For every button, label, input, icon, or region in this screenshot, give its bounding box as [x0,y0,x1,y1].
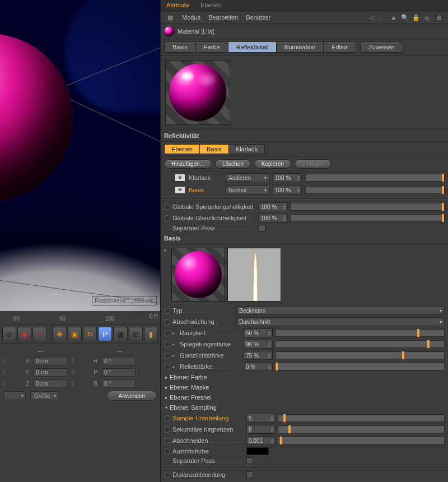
tool-point[interactable]: P [98,327,112,341]
toolrow-1: ⊘ ◉ ? ✥ ▣ ↻ P ▦ ⊞ ▮ [0,325,160,344]
channel-tabs: Basis Farbe Reflektivität Illumination E… [161,39,448,55]
basis-curve[interactable] [227,248,281,302]
tool-move[interactable]: ✥ [52,327,66,341]
cutoff-slider[interactable] [278,437,445,444]
viewport-3d[interactable]: Rasterweite : 1000 cm [0,0,160,311]
new-icon[interactable]: ⊞ [435,13,442,21]
nav-up-icon[interactable]: ▲ [390,13,398,21]
chan-editor[interactable]: Editor [323,41,356,53]
exp-fresnel[interactable]: ▸Ebene: Fresnel [161,392,448,402]
eye-icon[interactable]: 👁 [174,174,185,182]
subtab-clear[interactable]: Klarlack [228,144,265,154]
global-mirror-slider[interactable] [290,203,445,211]
menu-mode[interactable]: Modus [182,14,200,21]
coord-x[interactable]: 0 cm [34,357,67,365]
refl-header: Reflektivität [161,130,448,142]
nav-next-icon[interactable]: ▷ [379,13,386,21]
paste-button[interactable]: Einfügen [295,159,331,169]
menu-icon[interactable]: ▦ [166,13,174,21]
cutoff-label: Abschneiden . [172,437,244,444]
opacity-clear[interactable]: 100 %▴▾ [273,173,302,182]
global-mirror-val[interactable]: 100 %▴▾ [259,202,288,211]
select-unknown[interactable] [3,391,26,400]
chan-refl[interactable]: Reflektivität [228,41,276,53]
tool-1[interactable]: ⊘ [2,327,16,341]
layer-basis[interactable]: Basis [189,187,222,193]
timeline-ruler[interactable]: 80 90 100 0 B [0,311,160,325]
tool-rotate[interactable]: ↻ [83,327,97,341]
glanzstr-slider[interactable] [275,351,445,359]
layer-clear[interactable]: Klarlack [189,174,222,181]
radio-icon[interactable] [164,215,170,221]
coord-y[interactable]: 0 cm [34,368,67,377]
specstr-label: Spiegelungsstärke [180,341,241,347]
tool-scale[interactable]: ▣ [68,327,82,341]
eye-icon[interactable]: 👁 [174,186,185,194]
glanzstr-val[interactable]: 75 %▴▾ [244,351,273,360]
seclimit-val[interactable]: 8▴▾ [246,425,276,434]
radio-icon[interactable] [164,204,170,210]
delete-button[interactable]: Löschen [215,159,251,169]
blend-clear[interactable]: Addieren▾ [226,173,269,182]
seppass-label: Separater Pass [172,225,256,231]
basis-preview[interactable] [171,248,225,302]
exp-sampling[interactable]: ▾Ebene: Sampling [161,402,448,413]
tool-3[interactable]: ? [32,327,46,341]
chan-assign[interactable]: Zuweisen [360,41,403,53]
search-icon[interactable]: 🔍 [401,13,409,21]
slider-basis[interactable] [305,186,445,194]
material-preview[interactable] [165,60,230,125]
apply-button[interactable]: Anwenden [107,391,157,401]
menu-user[interactable]: Benutzer [246,14,270,21]
exit-label: Austrittsfarbe [172,448,244,455]
seppass2-checkbox[interactable] [246,457,253,464]
coord-b[interactable]: 0 ° [102,379,136,388]
subdiv-val[interactable]: 6▴▾ [246,414,276,423]
tool-axis[interactable]: ⊞ [129,327,143,341]
coord-p[interactable]: 0 ° [102,368,136,377]
seppass-checkbox[interactable] [259,225,265,231]
subdiv-slider[interactable] [278,414,445,422]
add-button[interactable]: Hinzufügen... [164,159,212,169]
cutoff-val[interactable]: 0.001▴▾ [246,436,276,445]
slider-clear[interactable] [305,174,445,182]
relief-slider[interactable] [275,363,445,370]
seclimit-slider[interactable] [278,425,445,433]
exp-maske[interactable]: ▸Ebene: Maske [161,382,448,392]
opacity-basis[interactable]: 100 %▴▾ [273,186,302,194]
tool-grid[interactable]: ▦ [113,327,127,341]
rough-val[interactable]: 50 %▴▾ [244,328,273,337]
target-icon[interactable]: ◎ [423,13,431,21]
lock-icon[interactable]: 🔒 [412,13,420,21]
specstr-val[interactable]: 90 %▴▾ [244,340,273,349]
exit-color[interactable] [246,447,269,455]
tool-2[interactable]: ◉ [17,327,31,341]
chan-basic[interactable]: Basis [164,41,195,53]
relief-val[interactable]: 0 %▴▾ [244,362,273,371]
absch-dropdown[interactable]: Durchschnitt▾ [236,317,445,326]
tool-film[interactable]: ▮ [144,327,158,341]
coord-z[interactable]: 0 cm [34,379,67,388]
specstr-slider[interactable] [275,340,445,348]
rough-label: Rauigkeit [180,330,241,336]
tab-attribute[interactable]: Attribute [161,0,195,11]
select-size[interactable]: Größe [30,391,58,400]
typ-dropdown[interactable]: Beckmann▾ [236,306,445,315]
chan-illum[interactable]: Illumination [276,41,324,53]
menu-edit[interactable]: Bearbeiten [208,14,238,21]
rough-slider[interactable] [275,329,445,337]
exp-farbe[interactable]: ▸Ebene: Farbe [161,372,448,382]
glanzstr-label: Glanzlichtstärke [180,352,241,359]
dist-checkbox[interactable] [246,471,253,478]
subtab-basis[interactable]: Basis [199,144,228,154]
global-glanz-slider[interactable] [290,214,445,222]
tab-ebenen[interactable]: Ebenen [195,0,227,11]
global-glanz-val[interactable]: 100 %▴▾ [259,214,288,223]
attribute-panel: Attribute Ebenen ▦ Modus Bearbeiten Benu… [160,0,448,482]
chan-color[interactable]: Farbe [195,41,228,53]
subtab-layers[interactable]: Ebenen [164,144,199,154]
coord-h[interactable]: 0 ° [102,357,136,365]
copy-button[interactable]: Kopieren [254,159,291,169]
nav-prev-icon[interactable]: ◁ [367,13,375,21]
blend-basis[interactable]: Normal▾ [226,186,269,194]
